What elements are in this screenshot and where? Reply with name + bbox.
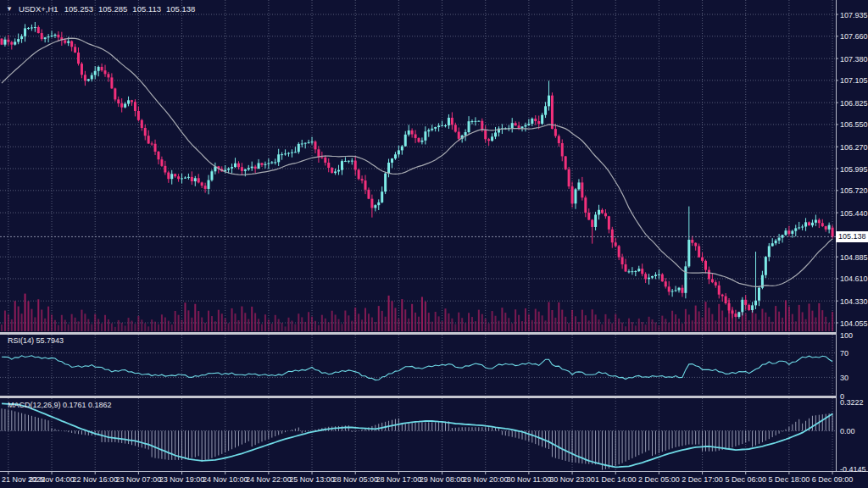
time-axis-label: 2 Dec 05:00 xyxy=(638,475,680,484)
price-axis-label: 106.550 xyxy=(840,120,868,129)
rsi-name: RSI(14) xyxy=(8,336,34,345)
time-axis-label: 5 Dec 18:00 xyxy=(769,475,810,484)
symbol-info-bar: ▼ USDX+,H1 105.253 105.285 105.113 105.1… xyxy=(6,4,195,14)
volume-layer xyxy=(1,294,833,331)
rsi-axis-label: 100 xyxy=(840,331,853,340)
time-axis-label: 23 Nov 07:00 xyxy=(116,475,162,484)
rsi-value: 55.7943 xyxy=(36,336,64,345)
chart-canvas[interactable] xyxy=(0,0,868,488)
rsi-indicator-label: RSI(14) 55.7943 xyxy=(8,336,64,345)
time-axis-label: 28 Nov 17:00 xyxy=(376,475,422,484)
macd-axis-label: 0.3222 xyxy=(840,398,864,407)
rsi-axis-label: 70 xyxy=(840,349,849,358)
macd-main-value: 0.1761 xyxy=(63,401,86,409)
macd-signal-value: 0.1862 xyxy=(88,401,112,409)
time-axis-label: 28 Nov 05:00 xyxy=(332,475,378,484)
price-axis-label: 105.995 xyxy=(840,165,868,174)
ohlc-close-value: 105.138 xyxy=(166,4,195,14)
ohlc-low-value: 105.113 xyxy=(132,4,161,14)
price-axis-label: 104.885 xyxy=(840,253,868,262)
trading-chart-window: ▼ USDX+,H1 105.253 105.285 105.113 105.1… xyxy=(0,0,868,488)
ohlc-high-value: 105.285 xyxy=(98,4,127,14)
price-axis-label: 107.105 xyxy=(840,76,868,85)
symbol-period-label: USDX+,H1 xyxy=(19,4,58,14)
macd-axis-label: -0.4145 xyxy=(840,465,866,474)
price-axis-label: 104.610 xyxy=(840,274,868,283)
time-axis-label: 1 Dec 14:00 xyxy=(595,475,637,484)
time-axis-label: 29 Nov 08:00 xyxy=(420,475,465,484)
rsi-axis-label: 30 xyxy=(840,374,849,382)
price-axis-label: 104.330 xyxy=(840,297,868,306)
macd-signal-line xyxy=(2,403,832,467)
time-axis-label: 5 Dec 06:00 xyxy=(725,475,766,484)
time-axis-label: 2 Dec 17:00 xyxy=(682,475,723,484)
price-axis-label: 106.825 xyxy=(840,99,868,108)
time-axis-label: 29 Nov 20:00 xyxy=(463,475,509,484)
price-axis-label: 104.055 xyxy=(840,319,868,328)
time-axis-label: 24 Nov 22:00 xyxy=(246,475,292,484)
current-price-tag: 105.138 xyxy=(836,231,868,242)
grid-layer xyxy=(0,0,836,471)
price-axis-label: 105.720 xyxy=(840,186,868,195)
price-axis-label: 106.270 xyxy=(840,143,868,152)
price-axis-label: 107.380 xyxy=(840,55,868,64)
price-axis-label: 107.935 xyxy=(840,11,868,19)
time-axis-label: 30 Nov 11:00 xyxy=(506,475,551,484)
ma-line xyxy=(2,38,832,286)
time-axis-label: 6 Dec 09:00 xyxy=(812,475,854,484)
time-axis-label: 30 Nov 23:00 xyxy=(549,475,595,484)
time-axis-label: 23 Nov 19:00 xyxy=(159,475,205,484)
macd-name: MACD(12,26,9) xyxy=(8,401,61,409)
price-axis-label: 105.440 xyxy=(840,209,868,218)
time-axis-label: 22 Nov 04:00 xyxy=(29,475,75,484)
macd-axis-label: 0.00 xyxy=(840,427,855,435)
macd-indicator-label: MACD(12,26,9) 0.1761 0.1862 xyxy=(8,401,112,409)
time-axis-label: 25 Nov 13:00 xyxy=(289,475,335,484)
ohlc-open-value: 105.253 xyxy=(64,4,93,14)
time-axis-label: 22 Nov 16:00 xyxy=(72,475,118,484)
time-axis-label: 24 Nov 10:00 xyxy=(203,475,248,484)
price-axis-label: 107.660 xyxy=(840,32,868,41)
rsi-line xyxy=(2,356,832,380)
symbol-dropdown-icon[interactable]: ▼ xyxy=(6,5,13,13)
